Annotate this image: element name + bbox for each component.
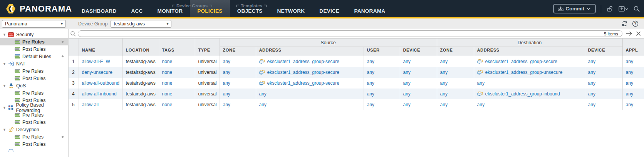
dst-device-link[interactable]: any [588,59,595,64]
user-link[interactable]: any [367,80,374,86]
src-address-link[interactable]: any [259,91,267,97]
sidebar-item-security-post-rules[interactable]: Post Rules [0,45,68,53]
src-device-link[interactable]: any [403,102,411,107]
src-zone-link[interactable]: any [223,91,230,97]
sidebar-item-nat-post-rules[interactable]: Post Rules [0,75,68,82]
dst-address-link[interactable]: any [477,102,485,107]
src-device-link[interactable]: any [403,80,411,86]
sidebar-group-security[interactable]: ▼ Security [0,31,68,38]
clear-filter-icon[interactable] [636,31,641,36]
dst-device-link[interactable]: any [588,80,595,86]
user-link[interactable]: any [367,59,374,64]
src-device-link[interactable]: any [403,70,411,75]
nav-tab-network[interactable]: NETWORK [270,0,312,17]
tasks-icon[interactable] [618,5,628,12]
dst-address-link[interactable]: ekscluster1_address_group-unsecure [485,70,563,75]
sidebar-item-nat-pre-rules[interactable]: Pre Rules [0,67,68,75]
user-link[interactable]: any [367,102,374,107]
column-header-dst-zone[interactable]: ZONE [437,47,474,56]
nav-tab-device[interactable]: DEVICE [312,0,347,17]
column-header-src-zone[interactable]: ZONE [220,47,256,56]
tags-link[interactable]: none [162,70,173,75]
application-link[interactable]: any [626,80,633,86]
tags-link[interactable]: none [162,102,173,107]
src-zone-link[interactable]: any [223,80,230,86]
src-device-link[interactable]: any [403,91,411,97]
application-link[interactable]: any [626,59,633,64]
column-header-name[interactable]: NAME [79,38,122,56]
src-zone-link[interactable]: any [223,70,230,75]
sidebar-item-pbf-post-rules[interactable]: Post Rules [0,119,68,126]
tags-link[interactable]: none [162,80,173,86]
column-header-application[interactable]: APPL [622,38,644,56]
context-select[interactable]: Panorama ▾ [2,20,66,28]
rule-name-link[interactable]: allow-all-inbound [82,91,117,97]
sidebar-item-security-pre-rules[interactable]: Pre Rules [0,38,68,45]
dst-device-link[interactable]: any [588,70,595,75]
rule-name-link[interactable]: deny-unsecure [82,70,112,75]
src-address-link[interactable]: ekscluster1_address_group-secure [267,70,339,75]
dst-address-link[interactable]: ekscluster1_address_group-inbound [485,91,560,97]
column-header-dst-device[interactable]: DEVICE [585,47,622,56]
sidebar-group-qos[interactable]: ▼ QoS [0,82,68,89]
global-search-icon[interactable] [633,5,640,12]
src-zone-link[interactable]: any [223,59,230,64]
sidebar-item-security-default-rules[interactable]: Default Rules [0,53,68,60]
device-group-select[interactable]: testairsdg-aws ▾ [111,20,171,28]
dst-zone-link[interactable]: any [440,59,448,64]
unlock-icon[interactable] [606,5,613,12]
sidebar-item-pbf-pre-rules[interactable]: Pre Rules [0,111,68,119]
dst-address-link[interactable]: any [477,80,485,86]
sidebar-group-decryption[interactable]: ▼ Decryption [0,126,68,133]
sidebar-group-label: QoS [16,83,26,89]
dst-address-link[interactable]: ekscluster1_address_group-secure [485,59,557,64]
column-header-dst-address[interactable]: ADDRESS [474,47,585,56]
nav-tab-panorama[interactable]: PANORAMA [347,0,392,17]
rules-filter-input[interactable]: 5 items [78,30,622,37]
help-icon[interactable]: ? [632,20,639,27]
rule-name-link[interactable]: allow-all-E_W [82,59,110,64]
src-address-link[interactable]: ekscluster1_address_group-secure [267,59,339,64]
dst-device-link[interactable]: any [588,102,595,107]
sidebar-item-qos-pre-rules[interactable]: Pre Rules [0,89,68,97]
column-header-src-device[interactable]: DEVICE [400,47,437,56]
column-header-type[interactable]: TYPE [195,38,220,56]
navbar-separator [601,5,601,13]
tags-link[interactable]: none [162,91,173,97]
nav-tab-monitor[interactable]: MONITOR [150,0,190,17]
dst-device-link[interactable]: any [588,91,595,97]
nav-tab-objects[interactable]: OBJECTS [230,0,270,17]
application-link[interactable]: any [626,70,633,75]
application-link[interactable]: any [626,91,633,97]
commit-button[interactable]: Commit [553,4,596,13]
rule-name-link[interactable]: allow-all-outbound [82,80,119,86]
sidebar-item-decryption-post-rules[interactable]: Post Rules [0,140,68,148]
rule-name-link[interactable]: allow-all [82,102,99,107]
src-zone-link[interactable]: any [223,102,230,107]
sidebar-item-decryption-pre-rules[interactable]: Pre Rules [0,133,68,140]
src-address-link[interactable]: ekscluster1_address_group-secure [267,80,339,86]
sidebar-group-pbf[interactable]: ▼ Policy Based Forwarding [0,104,68,111]
sidebar-group-nat[interactable]: ▼ NAT [0,60,68,67]
apply-filter-arrow-icon[interactable] [626,31,632,36]
application-link[interactable]: any [626,102,633,107]
column-header-user[interactable]: USER [364,47,400,56]
column-header-location[interactable]: LOCATION [122,38,159,56]
address-group-icon [259,70,265,75]
src-device-link[interactable]: any [403,59,411,64]
sidebar-group-label: Security [16,32,34,37]
src-address-link[interactable]: any [259,102,267,107]
user-link[interactable]: any [367,91,374,97]
dst-zone-link[interactable]: any [440,80,448,86]
user-link[interactable]: any [367,70,374,75]
column-header-src-address[interactable]: ADDRESS [256,47,364,56]
dst-zone-link[interactable]: any [440,102,448,107]
nav-tab-acc[interactable]: ACC [124,0,150,17]
nav-tab-dashboard[interactable]: DASHBOARD [74,0,124,17]
nav-tab-policies[interactable]: POLICIES [190,0,230,17]
dst-zone-link[interactable]: any [440,91,448,97]
refresh-icon[interactable] [621,20,628,27]
tags-link[interactable]: none [162,59,173,64]
column-header-tags[interactable]: TAGS [159,38,195,56]
dst-zone-link[interactable]: any [440,70,448,75]
